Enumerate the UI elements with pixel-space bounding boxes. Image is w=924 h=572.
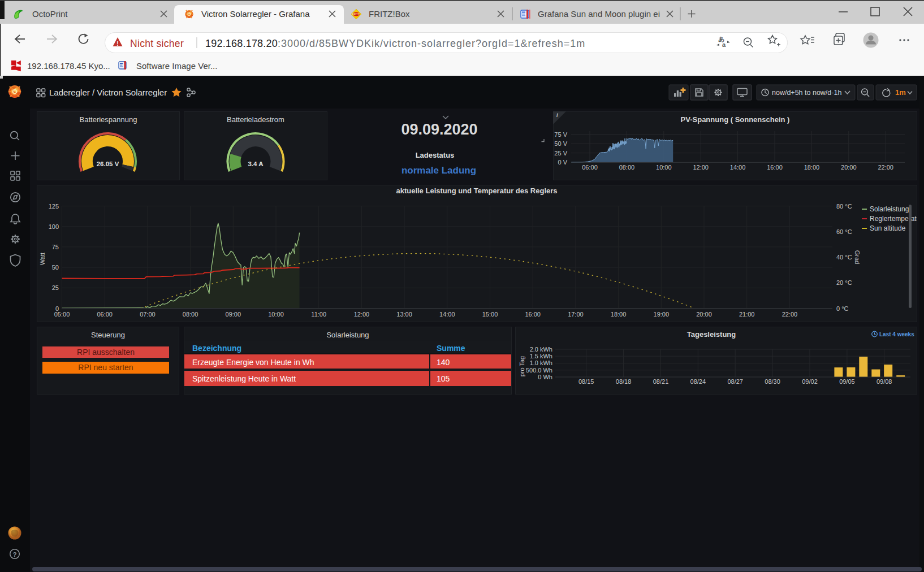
svg-text:80 °C: 80 °C [836,203,852,210]
svg-text:OctoPrint: OctoPrint [32,9,68,19]
svg-text:08/30: 08/30 [765,378,780,385]
svg-text:PV-Spannung ( Sonnenschein ): PV-Spannung ( Sonnenschein ) [681,115,790,124]
svg-text:Sun altitude: Sun altitude [870,224,906,232]
svg-text:75 V: 75 V [554,131,567,138]
svg-text:Victron Solarregler - Grafana: Victron Solarregler - Grafana [201,9,310,19]
svg-text:Laderegler / Victron Solarregl: Laderegler / Victron Solarregler [49,88,167,97]
svg-text:17:00: 17:00 [568,311,584,318]
svg-text:09/08: 09/08 [876,378,892,385]
svg-text:40 °C: 40 °C [836,254,852,261]
svg-text:Nicht sicher: Nicht sicher [130,38,184,49]
svg-text:08/15: 08/15 [578,378,594,385]
svg-text:08/24: 08/24 [690,378,706,385]
svg-text:a: a [722,41,726,48]
svg-text:20 °C: 20 °C [836,279,852,286]
svg-text:07:00: 07:00 [140,311,156,318]
svg-text:21:00: 21:00 [739,311,755,318]
svg-text:3.4 A: 3.4 A [248,161,263,167]
svg-text:19:00: 19:00 [654,311,670,318]
svg-text:125: 125 [49,203,59,210]
svg-text:192.168.178.45 Kyo...: 192.168.178.45 Kyo... [27,61,110,71]
svg-text:25 V: 25 V [554,150,567,157]
svg-text:18:00: 18:00 [804,164,820,171]
svg-text:100: 100 [49,223,59,230]
svg-text:Solarleistung: Solarleistung [870,205,909,213]
svg-text:09.09.2020: 09.09.2020 [401,121,477,138]
svg-text:08:00: 08:00 [183,311,198,318]
svg-text:Last 4 weeks: Last 4 weeks [879,331,914,337]
svg-text:FRITZ!: FRITZ! [352,13,361,16]
svg-text:0: 0 [55,305,59,312]
svg-text:192.168.178.20:3000/d/85BWYDKi: 192.168.178.20:3000/d/85BWYDKik/victron-… [205,38,585,49]
svg-text:15:00: 15:00 [482,311,498,318]
svg-text:16:00: 16:00 [767,164,783,171]
svg-text:!: ! [116,41,118,47]
svg-text:2.0 kWh: 2.0 kWh [530,346,552,353]
svg-text:25: 25 [52,284,59,291]
svg-text:1.0 kWh: 1.0 kWh [530,359,552,366]
svg-text:20:00: 20:00 [696,311,712,318]
svg-text:12:00: 12:00 [693,164,709,171]
svg-text:1.5 kWh: 1.5 kWh [530,353,552,359]
svg-text:06:00: 06:00 [97,311,113,318]
svg-text:08/18: 08/18 [616,378,632,385]
svg-text:now/d+5h to now/d-1h: now/d+5h to now/d-1h [772,89,841,97]
svg-text:18:00: 18:00 [611,311,627,318]
svg-text:60 °C: 60 °C [836,228,852,235]
svg-text:FRITZ!Box: FRITZ!Box [369,9,410,19]
svg-text:50 V: 50 V [554,140,567,147]
svg-text:08:00: 08:00 [619,164,635,171]
svg-text:22:00: 22:00 [782,311,798,318]
svg-text:11:00: 11:00 [311,311,326,318]
svg-text:09/02: 09/02 [802,378,818,385]
svg-text:pro Tag: pro Tag [519,356,525,377]
svg-text:10:00: 10:00 [268,311,284,318]
svg-text:Grad: Grad [854,250,861,264]
svg-text:14:00: 14:00 [730,164,746,171]
svg-text:12:00: 12:00 [354,311,370,318]
svg-text:06:00: 06:00 [582,164,598,171]
svg-text:Ladestatus: Ladestatus [416,151,455,159]
svg-text:05:00: 05:00 [54,311,70,318]
svg-text:08/27: 08/27 [727,378,743,385]
svg-text:75: 75 [52,244,59,250]
svg-text:1m: 1m [895,88,906,97]
svg-text:20:00: 20:00 [841,164,857,171]
svg-text:0 Wh: 0 Wh [538,374,552,380]
svg-text:Tagesleistung: Tagesleistung [687,330,736,339]
svg-text:normale Ladung: normale Ladung [401,165,476,176]
svg-text:50: 50 [52,264,59,271]
svg-text:22:00: 22:00 [878,164,893,171]
svg-text:0 V: 0 V [558,159,567,166]
svg-text:08/21: 08/21 [653,378,669,385]
svg-text:?: ? [12,551,16,558]
svg-text:10:00: 10:00 [656,164,672,171]
svg-text:09/05: 09/05 [839,378,855,385]
svg-text:aktuelle Leistung und Temperat: aktuelle Leistung und Temperatur des Reg… [396,187,557,195]
svg-text:26.05 V: 26.05 V [97,161,119,167]
svg-text:Watt: Watt [39,253,46,265]
svg-text:16:00: 16:00 [525,311,541,318]
svg-text:09:00: 09:00 [226,311,241,318]
svg-text:500.0 Wh: 500.0 Wh [526,367,552,374]
svg-text:14:00: 14:00 [439,311,455,318]
svg-text:0 °C: 0 °C [836,305,849,312]
svg-text:Grafana Sun and Moon plugin ei: Grafana Sun and Moon plugin ei [538,9,660,19]
svg-text:13:00: 13:00 [396,311,412,318]
svg-text:Software Image Ver...: Software Image Ver... [136,61,217,71]
